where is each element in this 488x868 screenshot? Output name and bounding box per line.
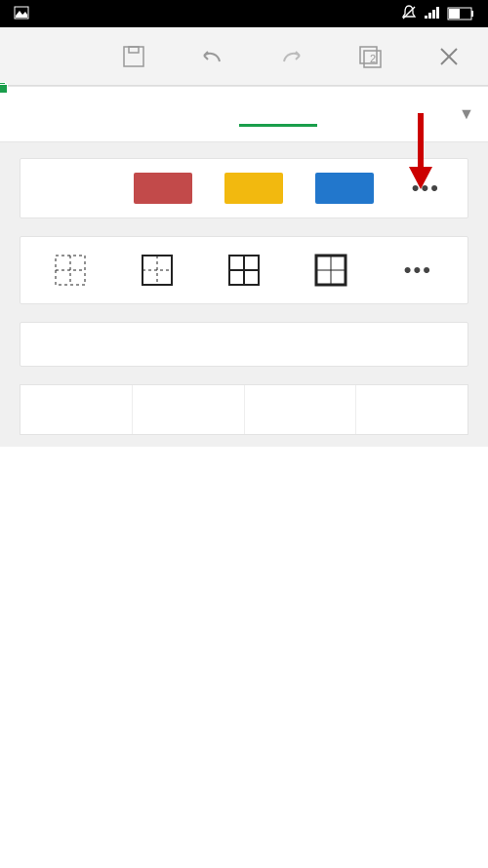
redo-button[interactable] [252, 27, 331, 85]
font-picker-button[interactable] [20, 322, 468, 367]
decimal-button[interactable] [356, 385, 468, 434]
app-toolbar: 2 [0, 27, 488, 86]
svg-rect-10 [129, 47, 139, 53]
swatch-yellow[interactable] [224, 173, 283, 204]
svg-rect-7 [449, 9, 460, 19]
svg-rect-5 [436, 7, 439, 19]
svg-rect-4 [432, 10, 435, 19]
number-format-card [20, 384, 468, 435]
swatch-blue[interactable] [315, 173, 374, 204]
border-card: ••• [20, 236, 468, 304]
percent-button[interactable] [133, 385, 245, 434]
undo-button[interactable] [173, 27, 252, 85]
border-none-button[interactable] [51, 251, 90, 290]
format-panel: ••• ••• [0, 142, 488, 447]
currency-button[interactable] [20, 385, 133, 434]
svg-rect-3 [428, 13, 431, 19]
picture-icon [14, 6, 29, 22]
more-colors-button[interactable]: ••• [406, 176, 445, 201]
swatch-default[interactable] [43, 173, 102, 204]
svg-rect-9 [124, 47, 143, 66]
svg-rect-2 [425, 16, 427, 19]
swatch-red[interactable] [134, 173, 192, 204]
more-borders-button[interactable]: ••• [398, 257, 437, 283]
svg-rect-8 [471, 11, 473, 17]
format-tabs: ▼ [0, 86, 488, 142]
border-thick-button[interactable] [311, 251, 350, 290]
tabs-dropdown-icon[interactable]: ▼ [445, 105, 488, 123]
fill-color-card: ••• [20, 158, 468, 218]
sheet-switch-button[interactable]: 2 [331, 27, 410, 85]
border-all-button[interactable] [224, 251, 264, 290]
done-button[interactable] [0, 27, 95, 85]
svg-text:2: 2 [370, 53, 376, 64]
battery-icon [447, 7, 474, 20]
mute-icon [400, 4, 418, 24]
signal-icon [424, 6, 441, 22]
thousand-button[interactable] [245, 385, 357, 434]
save-button[interactable] [95, 27, 174, 85]
border-outer-button[interactable] [138, 251, 177, 290]
close-button[interactable] [409, 27, 488, 85]
